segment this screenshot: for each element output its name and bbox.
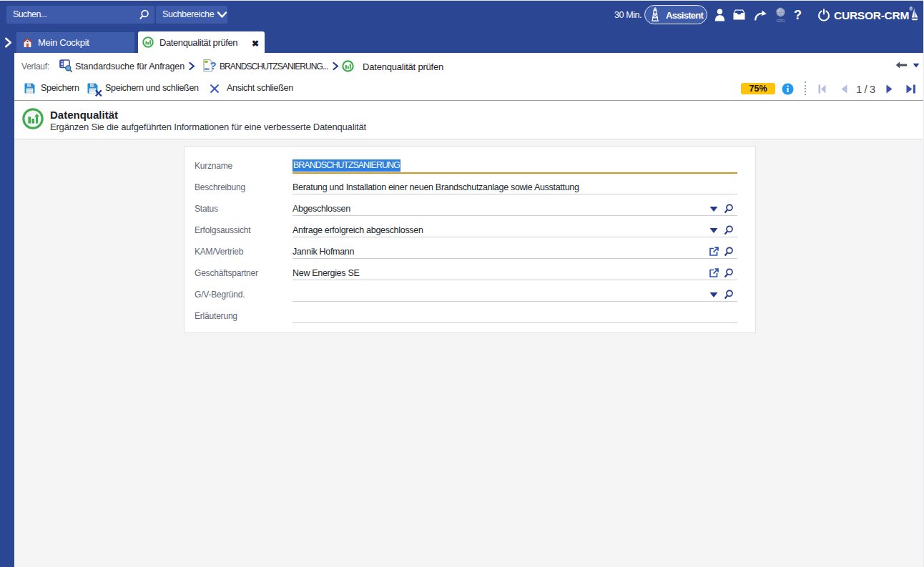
svg-text:?: ? — [210, 59, 216, 72]
svg-text:CRO: CRO — [776, 19, 785, 23]
